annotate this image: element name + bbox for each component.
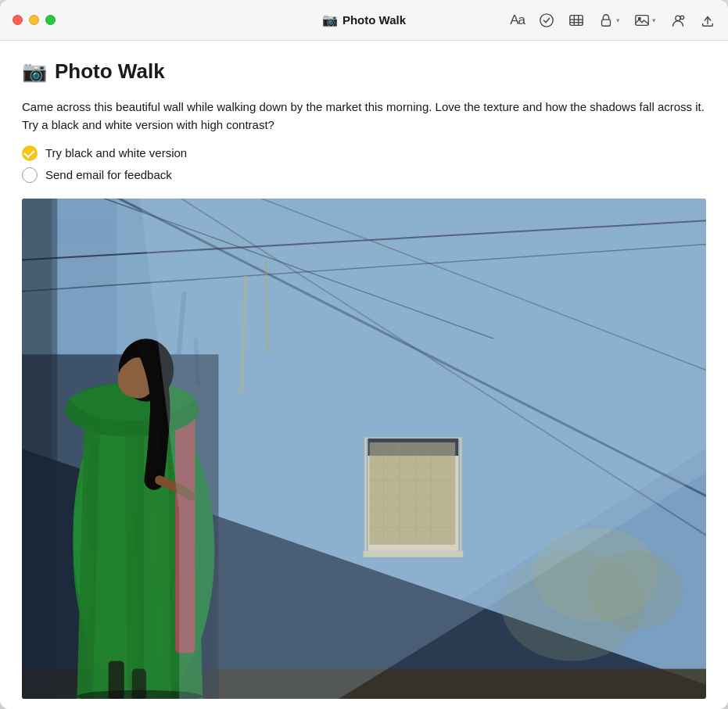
note-content: 📷 Photo Walk Came across this beautiful … xyxy=(0,41,728,709)
note-image xyxy=(22,199,706,699)
checklist-button[interactable] xyxy=(539,13,554,28)
checkbox-1[interactable] xyxy=(22,145,38,161)
media-button[interactable]: ▾ xyxy=(634,13,656,28)
titlebar: 📷 Photo Walk Aa xyxy=(0,0,728,41)
media-dropdown-arrow: ▾ xyxy=(652,16,656,24)
collab-button[interactable] xyxy=(670,13,686,28)
app-window: 📷 Photo Walk Aa xyxy=(0,0,728,709)
photo-scene-svg xyxy=(22,199,706,699)
font-button[interactable]: Aa xyxy=(510,13,525,28)
titlebar-note-icon: 📷 xyxy=(322,13,338,27)
svg-rect-7 xyxy=(636,15,648,25)
svg-point-0 xyxy=(540,13,553,26)
table-icon xyxy=(568,13,584,28)
check-icon xyxy=(539,13,554,28)
collab-icon xyxy=(670,13,686,28)
note-title-row: 📷 Photo Walk xyxy=(22,59,706,84)
traffic-lights xyxy=(13,15,56,25)
checklist-item-2-label: Send email for feedback xyxy=(45,168,172,181)
titlebar-title: Photo Walk xyxy=(342,13,406,27)
checkbox-2[interactable] xyxy=(22,167,38,183)
lock-button[interactable]: ▾ xyxy=(598,13,620,28)
checklist-item-1[interactable]: Try black and white version xyxy=(22,145,706,161)
toolbar: Aa xyxy=(510,13,715,28)
maximize-button[interactable] xyxy=(45,15,56,25)
checklist: Try black and white version Send email f… xyxy=(22,145,706,183)
close-button[interactable] xyxy=(13,15,23,25)
share-icon xyxy=(700,13,715,28)
note-body[interactable]: Came across this beautiful wall while wa… xyxy=(22,98,706,134)
svg-rect-6 xyxy=(602,20,611,26)
note-title[interactable]: Photo Walk xyxy=(55,59,165,84)
titlebar-center: 📷 Photo Walk xyxy=(322,13,406,27)
svg-point-10 xyxy=(680,16,684,20)
svg-point-9 xyxy=(676,16,680,20)
minimize-button[interactable] xyxy=(29,15,39,25)
table-button[interactable] xyxy=(568,13,584,28)
svg-rect-1 xyxy=(570,15,583,25)
checklist-item-2[interactable]: Send email for feedback xyxy=(22,167,706,183)
media-icon xyxy=(634,13,650,28)
font-icon: Aa xyxy=(510,13,525,28)
share-button[interactable] xyxy=(700,13,715,28)
svg-point-59 xyxy=(118,362,146,396)
lock-dropdown-arrow: ▾ xyxy=(616,16,620,24)
note-title-icon: 📷 xyxy=(22,59,47,84)
checklist-item-1-label: Try black and white version xyxy=(45,146,187,159)
lock-icon xyxy=(598,13,614,28)
